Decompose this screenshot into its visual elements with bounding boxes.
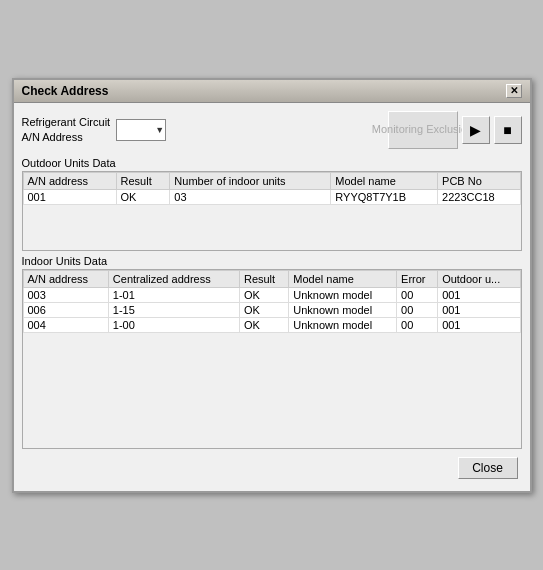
refrigerant-group: Refrigerant Circuit A/N Address ▼ <box>22 115 167 144</box>
outdoor-col-an: A/N address <box>23 172 116 189</box>
outdoor-col-pcb: PCB No <box>438 172 520 189</box>
outdoor-table: A/N address Result Number of indoor unit… <box>23 172 521 205</box>
outdoor-table-wrapper: A/N address Result Number of indoor unit… <box>22 171 522 251</box>
right-controls: Monitoring Exclusion ▶ ■ <box>388 111 522 149</box>
stop-button[interactable]: ■ <box>494 116 522 144</box>
indoor-col-outdoor: Outdoor u... <box>438 270 520 287</box>
play-button[interactable]: ▶ <box>462 116 490 144</box>
window-title: Check Address <box>22 84 109 98</box>
indoor-col-an: A/N address <box>23 270 108 287</box>
close-button[interactable]: Close <box>458 457 518 479</box>
refrigerant-label: Refrigerant Circuit A/N Address <box>22 115 111 144</box>
table-row: 0041-00OKUnknown model00001 <box>23 317 520 332</box>
titlebar: Check Address ✕ <box>14 80 530 103</box>
indoor-section-label: Indoor Units Data <box>22 255 522 267</box>
top-controls: Refrigerant Circuit A/N Address ▼ Monito… <box>22 111 522 149</box>
check-address-window: Check Address ✕ Refrigerant Circuit A/N … <box>12 78 532 493</box>
outdoor-section-label: Outdoor Units Data <box>22 157 522 169</box>
outdoor-col-result: Result <box>116 172 170 189</box>
table-row: 0031-01OKUnknown model00001 <box>23 287 520 302</box>
table-row: 0061-15OKUnknown model00001 <box>23 302 520 317</box>
indoor-header-row: A/N address Centralized address Result M… <box>23 270 520 287</box>
refrigerant-dropdown-wrapper: ▼ <box>116 119 166 141</box>
refrigerant-dropdown[interactable] <box>116 119 166 141</box>
indoor-col-error: Error <box>397 270 438 287</box>
outdoor-col-model: Model name <box>331 172 438 189</box>
table-row: 001OK03RYYQ8T7Y1B2223CC18 <box>23 189 520 204</box>
outdoor-col-num-indoor: Number of indoor units <box>170 172 331 189</box>
content-area: Refrigerant Circuit A/N Address ▼ Monito… <box>14 103 530 491</box>
indoor-col-centralized: Centralized address <box>108 270 239 287</box>
indoor-col-model: Model name <box>289 270 397 287</box>
indoor-col-result: Result <box>239 270 288 287</box>
window-close-button[interactable]: ✕ <box>506 84 522 98</box>
monitoring-exclusion-button[interactable]: Monitoring Exclusion <box>388 111 458 149</box>
bottom-bar: Close <box>22 453 522 483</box>
indoor-table: A/N address Centralized address Result M… <box>23 270 521 333</box>
outdoor-header-row: A/N address Result Number of indoor unit… <box>23 172 520 189</box>
indoor-table-wrapper: A/N address Centralized address Result M… <box>22 269 522 449</box>
